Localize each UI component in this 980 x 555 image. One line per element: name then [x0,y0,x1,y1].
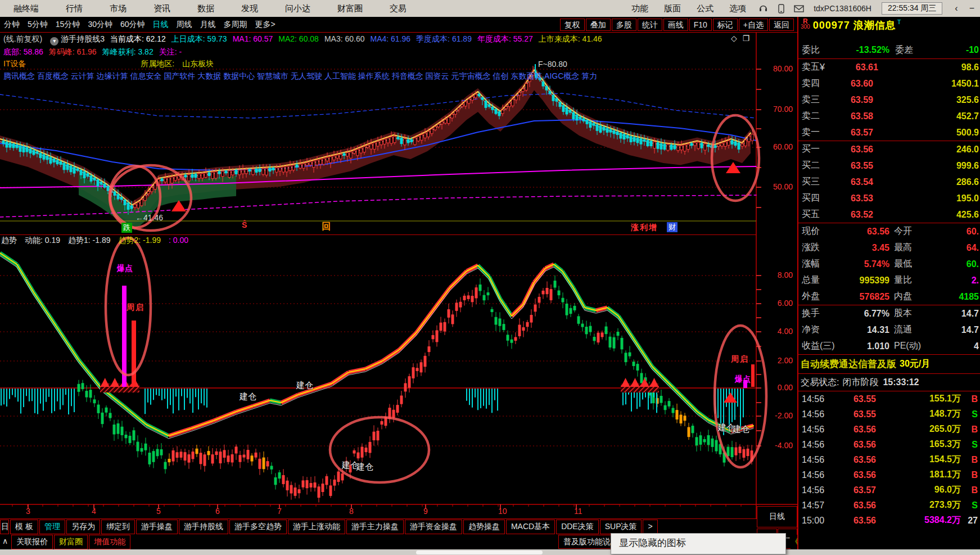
transaction-list[interactable]: 14:5663.55155.1万B14:5663.55148.7万S14:566… [798,391,980,528]
bottom-tab-DDE决策[interactable]: DDE决策 [556,520,599,534]
baodian-label-right: 爆点 [735,374,751,385]
stat-label: 总量 [802,274,838,286]
menu-item-3[interactable]: 资讯 [140,3,184,14]
period-周线[interactable]: 周线 [173,20,196,30]
weicha-value: -10 [930,45,979,55]
minimize-icon[interactable]: − [964,3,980,13]
trans-time: 14:56 [802,470,836,480]
level-label: 买四 [802,192,820,204]
bottom-tab-绑定到[interactable]: 绑定到 [101,520,135,534]
menu-item-7[interactable]: 财富圈 [324,3,376,14]
menu-right-item-1[interactable]: 版面 [656,3,689,14]
menu-item-2[interactable]: 市场 [96,3,140,14]
stat-label: 换手 [802,308,838,319]
stat-label: 流通 [889,324,929,336]
tool-多股[interactable]: 多股 [612,19,636,31]
sector-row: IT设备 所属地区: 山东板块 [3,59,753,69]
function-tab-关联报价[interactable]: 关联报价 [11,535,53,549]
y-axis-label: 2.00 [760,356,793,365]
headset-icon[interactable] [757,3,769,13]
bottom-tab->[interactable]: > [643,520,657,534]
industry-label[interactable]: IT设备 [3,59,26,68]
stock-header[interactable]: R 300 000977 浪潮信息 T [801,19,901,32]
mail-icon[interactable] [793,3,805,13]
transaction-row: 14:5663.56181.1万B [798,467,980,482]
split-window-icon[interactable]: ❐ [743,34,750,43]
trans-volume: 273.9万 [876,499,961,511]
tool-画线[interactable]: 画线 [663,19,688,31]
period-indicator-box[interactable]: 日线 [757,506,797,527]
menu-item-1[interactable]: 行情 [52,3,96,14]
trans-time: 14:56 [802,440,836,450]
trans-price: 63.56 [836,500,876,511]
level-price: 63.55 [820,161,873,171]
tool-统计[interactable]: 统计 [638,19,662,31]
phone-icon[interactable] [775,3,787,13]
tool-F10[interactable]: F10 [689,19,712,31]
collapse-icon[interactable]: ‹ [949,3,963,13]
period-60分钟[interactable]: 60分钟 [116,20,149,30]
indicator-field: 当前成本: 62.12 [110,34,166,43]
status-time: 15:33:12 [883,377,919,387]
period-更多>[interactable]: 更多> [251,20,279,30]
tool-返回[interactable]: 返回 [769,19,794,31]
menu-right-item-3[interactable]: 选项 [721,3,754,14]
period-分钟[interactable]: 分钟 [0,20,24,30]
bottom-tab-趋势操盘[interactable]: 趋势操盘 [463,520,505,534]
menu-right-item-2[interactable]: 公式 [689,3,721,14]
function-tab-增值功能[interactable]: 增值功能 [89,535,130,549]
indicator-info-row: (线.前复权)▾游手持股线3当前成本: 62.12上日成本: 59.73MA1:… [3,34,753,46]
period-5分钟[interactable]: 5分钟 [24,20,52,30]
menu-item-0[interactable]: 融终端 [0,3,52,14]
period-多周期[interactable]: 多周期 [220,20,251,30]
x-axis-label: 3 [26,507,30,516]
bottom-tab-游手多空趋势[interactable]: 游手多空趋势 [229,520,287,534]
version-note-tab[interactable]: 普及版功能说 [558,535,616,549]
period-月线[interactable]: 月线 [196,20,220,30]
menu-item-8[interactable]: 交易 [376,3,420,14]
stat-label: 现价 [802,225,838,237]
diamond-icon[interactable]: ◇ [731,34,737,43]
indicator-collapse-icon[interactable]: ▾ [50,37,58,46]
tool-标记[interactable]: 标记 [713,19,738,31]
bottom-tab-游手主力操盘[interactable]: 游手主力操盘 [346,520,404,534]
finance-badge: 财 [667,222,678,232]
adjust-mode-label: (线.前复权) [3,34,42,43]
level-volume: 286.6 [873,177,979,187]
tool-复权[interactable]: 复权 [560,19,585,31]
quote-level-row: 卖三63.59325.6 [798,92,980,108]
menu-right-item-0[interactable]: 功能 [624,3,656,14]
bottom-tab-MACD基本[interactable]: MACD基本 [506,520,555,534]
period-15分钟[interactable]: 15分钟 [52,20,84,30]
bottom-tab-游手资金操盘[interactable]: 游手资金操盘 [405,520,462,534]
bottom-tab-另存为[interactable]: 另存为 [66,520,100,534]
function-tab-∧[interactable]: ∧ [0,535,10,549]
y-axis-label: 80.00 [760,64,793,73]
subscription-banner[interactable]: 自动续费通达信普及版 30元/月 [798,354,980,374]
transaction-row: 14:5663.56165.3万S [798,437,980,452]
bottom-tab-模 板[interactable]: 模 板 [10,520,38,534]
price-chart-canvas[interactable] [0,32,797,521]
trans-time: 14:56 [802,409,836,419]
bottom-tab-SUP决策[interactable]: SUP决策 [600,520,642,534]
period-日线[interactable]: 日线 [149,20,173,30]
concept-tags-row[interactable]: 腾讯概念 百度概念 云计算 边缘计算 信息安全 国产软件 大数据 数据中心 智慧… [3,71,753,82]
bottom-tab-游手持股线[interactable]: 游手持股线 [179,520,228,534]
ask-levels: 卖五¥63.6198.6卖四63.601450.1卖三63.59325.6卖二6… [798,59,980,141]
tool-+自选[interactable]: +自选 [739,19,768,31]
bottom-tab-游手操盘[interactable]: 游手操盘 [136,520,178,534]
period-30分钟[interactable]: 30分钟 [84,20,116,30]
menu-item-6[interactable]: 问小达 [272,3,324,14]
sub-title-part: 趋势2: -1.99 [119,236,161,246]
bottom-tab-管理[interactable]: 管理 [39,520,65,534]
stock-code-name: 000977 浪潮信息 [813,19,896,32]
menu-item-5[interactable]: 发现 [228,3,272,14]
region-value[interactable]: 山东板块 [182,59,214,68]
bottom-tab-游手上涨动能[interactable]: 游手上涨动能 [288,520,345,534]
menu-item-4[interactable]: 数据 [184,3,228,14]
quote-level-row: 卖一63.57500.9 [798,124,980,141]
tool-叠加[interactable]: 叠加 [586,19,611,31]
indicator-name: 游手持股线3 [61,34,105,43]
function-tab-财富圈[interactable]: 财富圈 [54,535,88,549]
bottom-tab-日[interactable]: 日 [0,520,9,534]
